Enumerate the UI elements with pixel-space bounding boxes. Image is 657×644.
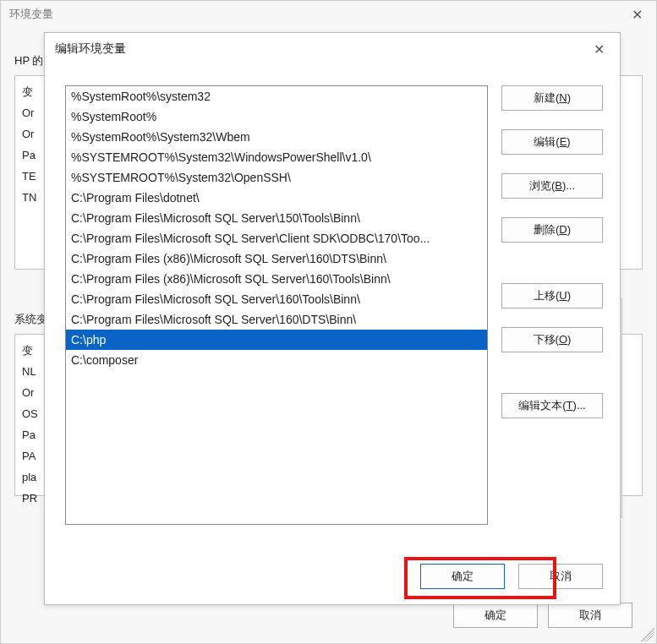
parent-footer-buttons: 确定 取消: [453, 603, 632, 628]
edit-env-var-dialog: 编辑环境变量 ✕ %SystemRoot%\system32%SystemRoo…: [44, 32, 621, 605]
path-item[interactable]: %SystemRoot%\System32\Wbem: [66, 127, 487, 147]
edittext-button[interactable]: 编辑文本(T)...: [501, 393, 603, 418]
path-listbox[interactable]: %SystemRoot%\system32%SystemRoot%%System…: [65, 85, 488, 525]
btn-text: )...: [573, 399, 586, 412]
path-item[interactable]: C:\php: [66, 330, 487, 350]
new-button[interactable]: 新建(N): [501, 85, 603, 111]
btn-text: ): [567, 289, 571, 302]
btn-text: 下移(: [534, 333, 559, 346]
path-item[interactable]: C:\Program Files\Microsoft SQL Server\16…: [66, 309, 487, 330]
btn-hotkey: N: [559, 91, 567, 104]
modal-title: 编辑环境变量: [55, 41, 126, 57]
btn-text: ): [567, 135, 570, 148]
btn-text: ): [567, 223, 571, 236]
browse-button[interactable]: 浏览(B)...: [501, 173, 603, 199]
btn-hotkey: T: [567, 399, 573, 412]
btn-text: 删除(: [534, 223, 559, 236]
parent-ok-button[interactable]: 确定: [453, 603, 538, 628]
btn-hotkey: U: [559, 289, 567, 302]
btn-text: 编辑文本(: [518, 399, 566, 412]
path-item[interactable]: C:\Program Files\Microsoft SQL Server\15…: [66, 208, 487, 228]
delete-button[interactable]: 删除(D): [501, 217, 603, 243]
parent-cancel-button[interactable]: 取消: [548, 603, 632, 628]
btn-text: 新建(: [534, 91, 559, 104]
btn-text: ): [567, 91, 571, 104]
moveup-button[interactable]: 上移(U): [501, 283, 603, 308]
path-item[interactable]: C:\Program Files (x86)\Microsoft SQL Ser…: [66, 248, 487, 269]
btn-text: 上移(: [534, 289, 559, 302]
parent-close-icon[interactable]: ✕: [627, 5, 648, 25]
edit-button[interactable]: 编辑(E): [501, 129, 603, 155]
btn-text: ): [567, 333, 571, 346]
modal-cancel-button[interactable]: 取消: [518, 564, 603, 589]
path-item[interactable]: %SYSTEMROOT%\System32\WindowsPowerShell\…: [66, 147, 487, 167]
path-item[interactable]: %SYSTEMROOT%\System32\OpenSSH\: [66, 167, 487, 188]
path-item[interactable]: C:\Program Files\dotnet\: [66, 188, 487, 208]
path-item[interactable]: %SystemRoot%: [66, 106, 487, 127]
btn-text: )...: [562, 179, 575, 192]
btn-text: 浏览(: [529, 179, 555, 192]
path-item[interactable]: %SystemRoot%\system32: [66, 86, 487, 106]
resize-grip-icon[interactable]: [641, 628, 654, 641]
parent-titlebar: 环境变量 ✕: [1, 1, 656, 28]
path-item[interactable]: C:\composer: [66, 350, 487, 370]
btn-hotkey: B: [555, 179, 562, 192]
side-buttons: 新建(N) 编辑(E) 浏览(B)... 删除(D) 上移(U) 下移(O): [501, 85, 603, 418]
path-item[interactable]: C:\Program Files\Microsoft SQL Server\Cl…: [66, 228, 487, 248]
modal-titlebar: 编辑环境变量 ✕: [45, 33, 620, 65]
modal-close-icon[interactable]: ✕: [589, 40, 610, 59]
modal-footer: 确定 取消: [420, 564, 603, 589]
btn-hotkey: O: [559, 333, 567, 346]
path-item[interactable]: C:\Program Files\Microsoft SQL Server\16…: [66, 289, 487, 309]
btn-text: 编辑(: [534, 135, 559, 148]
path-item[interactable]: C:\Program Files (x86)\Microsoft SQL Ser…: [66, 269, 487, 289]
modal-body: %SystemRoot%\system32%SystemRoot%%System…: [45, 65, 620, 604]
modal-ok-button[interactable]: 确定: [420, 564, 505, 589]
movedown-button[interactable]: 下移(O): [501, 327, 603, 352]
parent-title: 环境变量: [9, 7, 53, 22]
btn-hotkey: D: [559, 223, 567, 236]
